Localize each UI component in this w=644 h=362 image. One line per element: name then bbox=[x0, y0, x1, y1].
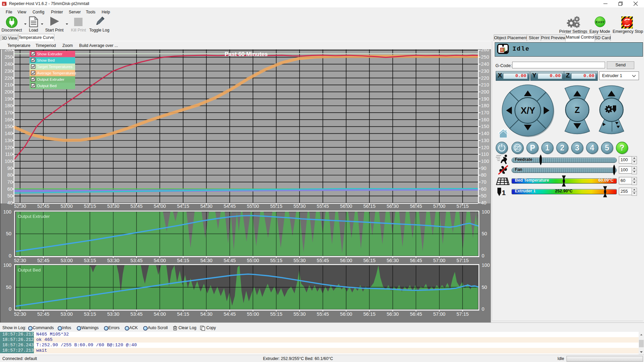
svg-text:100: 100 bbox=[481, 159, 489, 164]
svg-text:40: 40 bbox=[481, 200, 486, 205]
svg-text:57:00: 57:00 bbox=[433, 203, 445, 209]
svg-text:0: 0 bbox=[482, 253, 484, 258]
svg-text:Average Temperatures: Average Temperatures bbox=[37, 71, 76, 75]
svg-text:EASY: EASY bbox=[596, 20, 605, 24]
svg-text:R: R bbox=[3, 3, 5, 6]
svg-text:56:15: 56:15 bbox=[363, 311, 375, 317]
svg-text:190: 190 bbox=[481, 96, 489, 102]
svg-text:170: 170 bbox=[5, 110, 13, 115]
svg-text:56:30: 56:30 bbox=[387, 203, 399, 209]
svg-text:80: 80 bbox=[481, 172, 486, 178]
svg-text:200: 200 bbox=[481, 89, 489, 95]
svg-text:100: 100 bbox=[3, 262, 11, 268]
svg-text:1: 1 bbox=[502, 189, 506, 196]
svg-text:120: 120 bbox=[481, 145, 489, 150]
svg-text:Output Bed: Output Bed bbox=[18, 267, 41, 273]
svg-text:70: 70 bbox=[481, 179, 486, 185]
svg-text:57:15: 57:15 bbox=[457, 203, 469, 209]
svg-text:56:45: 56:45 bbox=[410, 203, 422, 209]
svg-text:53:00: 53:00 bbox=[61, 311, 73, 317]
svg-text:54:30: 54:30 bbox=[200, 258, 212, 263]
svg-text:90: 90 bbox=[7, 166, 13, 171]
svg-text:110: 110 bbox=[481, 152, 489, 157]
svg-text:50: 50 bbox=[6, 285, 11, 290]
svg-text:50: 50 bbox=[482, 231, 487, 236]
svg-text:X/Y: X/Y bbox=[521, 106, 535, 116]
svg-text:110: 110 bbox=[5, 152, 13, 157]
svg-text:53:15: 53:15 bbox=[84, 258, 96, 263]
svg-text:130: 130 bbox=[481, 138, 489, 143]
svg-text:Show Extruder: Show Extruder bbox=[37, 52, 62, 56]
svg-text:54:30: 54:30 bbox=[200, 203, 212, 209]
svg-text:90: 90 bbox=[481, 166, 486, 171]
svg-text:53:45: 53:45 bbox=[130, 258, 143, 263]
svg-text:56:30: 56:30 bbox=[387, 311, 399, 317]
svg-text:200: 200 bbox=[5, 89, 13, 95]
svg-text:55:45: 55:45 bbox=[317, 258, 329, 263]
svg-text:2: 2 bbox=[560, 143, 565, 152]
svg-text:5: 5 bbox=[605, 143, 609, 152]
svg-text:54:00: 54:00 bbox=[154, 311, 166, 317]
svg-text:100: 100 bbox=[482, 209, 490, 215]
svg-text:1: 1 bbox=[545, 143, 550, 152]
svg-text:Past 60 Minutes: Past 60 Minutes bbox=[225, 51, 268, 57]
svg-text:40: 40 bbox=[7, 200, 13, 205]
svg-text:55:15: 55:15 bbox=[270, 203, 282, 209]
svg-text:55:15: 55:15 bbox=[270, 258, 282, 263]
svg-text:Output Bed: Output Bed bbox=[37, 83, 57, 88]
svg-text:54:00: 54:00 bbox=[154, 258, 166, 263]
svg-text:100: 100 bbox=[482, 262, 490, 268]
svg-text:70: 70 bbox=[7, 179, 13, 185]
svg-text:53:15: 53:15 bbox=[84, 203, 96, 209]
svg-text:160: 160 bbox=[481, 117, 489, 122]
svg-text:53:00: 53:00 bbox=[61, 258, 73, 263]
svg-text:120: 120 bbox=[5, 145, 13, 150]
svg-text:140: 140 bbox=[481, 131, 489, 136]
svg-text:150: 150 bbox=[5, 124, 13, 129]
svg-text:Output Extruder: Output Extruder bbox=[37, 77, 64, 81]
svg-text:3: 3 bbox=[575, 143, 580, 152]
svg-text:53:30: 53:30 bbox=[107, 258, 119, 263]
svg-text:55:30: 55:30 bbox=[293, 311, 306, 317]
svg-text:52:30: 52:30 bbox=[14, 311, 26, 317]
svg-text:60: 60 bbox=[7, 186, 13, 192]
svg-text:52:30: 52:30 bbox=[14, 258, 26, 263]
svg-text:57:15: 57:15 bbox=[457, 311, 469, 317]
svg-text:130: 130 bbox=[5, 138, 13, 143]
svg-text:54:45: 54:45 bbox=[224, 203, 236, 209]
svg-text:56:30: 56:30 bbox=[387, 258, 399, 263]
svg-text:54:30: 54:30 bbox=[200, 311, 212, 317]
svg-text:0: 0 bbox=[9, 306, 11, 312]
svg-text:100: 100 bbox=[5, 159, 13, 164]
svg-text:56:15: 56:15 bbox=[363, 258, 375, 263]
svg-text:57:00: 57:00 bbox=[433, 311, 445, 317]
svg-text:P: P bbox=[530, 143, 535, 152]
svg-text:180: 180 bbox=[5, 103, 13, 108]
svg-text:55:00: 55:00 bbox=[247, 258, 259, 263]
svg-text:54:00: 54:00 bbox=[154, 203, 166, 209]
svg-text:52:45: 52:45 bbox=[37, 203, 49, 209]
svg-text:210: 210 bbox=[481, 82, 489, 87]
svg-text:52:45: 52:45 bbox=[37, 258, 49, 263]
svg-text:Z: Z bbox=[575, 105, 580, 115]
svg-text:53:15: 53:15 bbox=[84, 311, 96, 317]
svg-text:220: 220 bbox=[5, 75, 13, 81]
svg-text:57:15: 57:15 bbox=[457, 258, 469, 263]
svg-text:210: 210 bbox=[5, 82, 13, 87]
svg-text:230: 230 bbox=[5, 68, 13, 74]
svg-text:52:45: 52:45 bbox=[37, 311, 49, 317]
svg-text:4: 4 bbox=[590, 143, 594, 152]
svg-text:?: ? bbox=[620, 143, 624, 152]
svg-text:53:00: 53:00 bbox=[61, 203, 73, 209]
svg-text:50: 50 bbox=[482, 285, 487, 290]
svg-text:180: 180 bbox=[481, 103, 489, 108]
svg-text:54:15: 54:15 bbox=[177, 203, 189, 209]
svg-text:55:30: 55:30 bbox=[293, 258, 306, 263]
svg-text:54:15: 54:15 bbox=[177, 258, 189, 263]
svg-text:0: 0 bbox=[9, 253, 11, 258]
svg-text:170: 170 bbox=[481, 110, 489, 115]
svg-text:R: R bbox=[501, 48, 503, 52]
svg-text:52:30: 52:30 bbox=[14, 203, 26, 209]
svg-text:53:45: 53:45 bbox=[130, 311, 143, 317]
svg-text:150: 150 bbox=[481, 124, 489, 129]
